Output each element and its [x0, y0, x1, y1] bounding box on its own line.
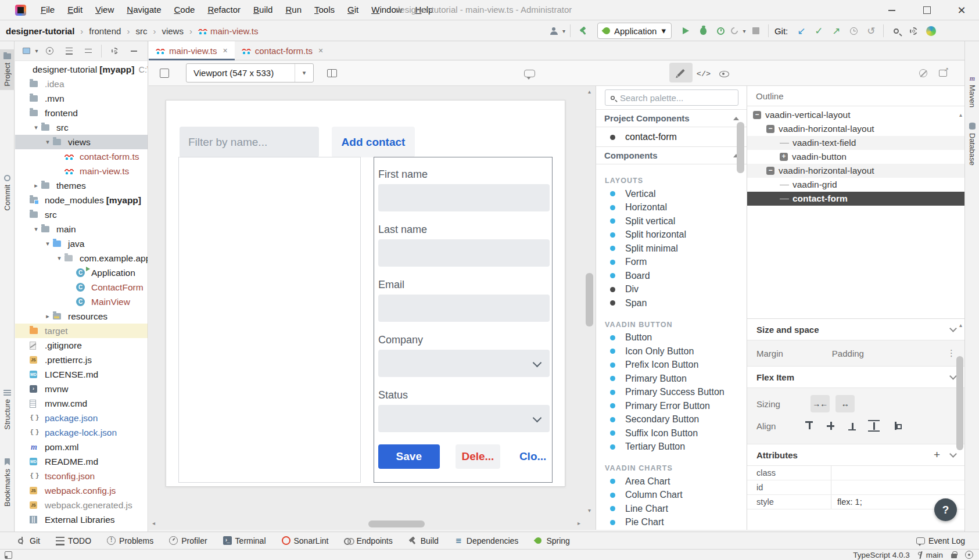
more-options-icon[interactable]: ⋮	[947, 348, 956, 358]
tree-row[interactable]: main-view.ts	[15, 164, 148, 178]
profiler-run-icon[interactable]	[712, 23, 730, 38]
locate-file-icon[interactable]	[40, 44, 59, 59]
palette-search-input[interactable]: Search palette...	[605, 89, 738, 106]
toggle-tool-windows-icon[interactable]	[5, 551, 12, 559]
breadcrumb-item[interactable]: designer-tutorial	[6, 26, 74, 36]
tree-row[interactable]: .mvn	[15, 91, 148, 106]
tree-row[interactable]: webpack.generated.js	[15, 498, 148, 512]
scroll-down-icon[interactable]: ▾	[585, 507, 594, 514]
tool-window-button[interactable]: Terminal	[223, 536, 266, 545]
menu-item[interactable]: File	[34, 5, 61, 15]
collapse-all-icon[interactable]	[78, 44, 98, 59]
tree-row[interactable]: Application	[15, 265, 148, 280]
expander-icon[interactable]	[766, 167, 774, 175]
tool-window-button[interactable]: TODO	[56, 536, 91, 545]
stop-icon[interactable]	[747, 23, 765, 38]
breadcrumb-item[interactable]: main-view.ts	[184, 26, 259, 36]
tree-row[interactable]: views	[15, 135, 148, 149]
tool-stripe-structure[interactable]: Structure	[0, 390, 15, 430]
tree-row[interactable]: frontend	[15, 106, 148, 120]
palette-item[interactable]: Split minimal	[596, 242, 747, 256]
palette-item[interactable]: Split horizontal	[596, 228, 747, 242]
tool-stripe-maven[interactable]: mMaven	[965, 75, 979, 107]
close-tab-icon[interactable]: ×	[318, 46, 323, 55]
chevron-down-icon[interactable]	[949, 450, 957, 458]
outline-node[interactable]: vaadin-horizontal-layout	[747, 122, 964, 136]
event-log-button[interactable]: Event Log	[916, 536, 965, 545]
collapse-icon[interactable]	[733, 117, 739, 120]
menu-item[interactable]: Navigate	[120, 5, 167, 15]
git-commit-icon[interactable]: ✓	[810, 23, 827, 38]
hide-panel-icon[interactable]	[124, 44, 144, 59]
tree-chevron-icon[interactable]	[42, 138, 53, 146]
tree-row[interactable]: mvnw.cmd	[15, 396, 148, 411]
tool-window-button[interactable]: Endpoints	[344, 536, 392, 545]
tree-row[interactable]: package-lock.json	[15, 425, 148, 440]
chevron-down-icon[interactable]	[949, 325, 957, 332]
tool-stripe-project[interactable]: Project	[0, 49, 15, 90]
disable-overlay-icon[interactable]	[915, 66, 932, 81]
components-header[interactable]: Components	[596, 146, 747, 164]
git-push-icon[interactable]: ↗	[827, 23, 845, 38]
palette-item[interactable]: Pie Chart	[596, 516, 747, 530]
palette-item[interactable]: Primary Error Button	[596, 399, 747, 413]
tree-row[interactable]: MainView	[15, 295, 148, 309]
sizing-icon[interactable]: →←	[811, 395, 830, 412]
coverage-icon[interactable]: ▾	[730, 23, 747, 38]
run-button[interactable]	[677, 23, 695, 38]
palette-item[interactable]: Div	[596, 283, 747, 297]
palette-item[interactable]: Line Chart	[596, 502, 747, 516]
tree-row[interactable]: LICENSE.md	[15, 367, 148, 382]
tree-chevron-icon[interactable]	[54, 254, 64, 262]
close-tab-icon[interactable]: ×	[223, 46, 228, 55]
attributes-header[interactable]: Attributes+	[747, 444, 964, 466]
tree-row[interactable]: README.md	[15, 454, 148, 469]
scroll-right-icon[interactable]: ▸	[578, 520, 580, 526]
menu-item[interactable]: View	[89, 5, 120, 15]
chevron-down-icon[interactable]	[949, 372, 957, 380]
edit-mode-pencil-icon[interactable]	[669, 63, 693, 82]
tree-row[interactable]: .gitignore	[15, 338, 148, 353]
search-everywhere-icon[interactable]	[887, 23, 905, 38]
palette-item[interactable]: Vertical	[596, 187, 747, 201]
tree-row[interactable]: com.example.applica	[15, 251, 148, 265]
tree-chevron-icon[interactable]	[42, 240, 53, 247]
select-mode-icon[interactable]	[156, 66, 173, 81]
run-configuration-select[interactable]: Application ▾	[597, 23, 672, 39]
tree-row[interactable]: node_modules [myapp]	[15, 193, 148, 207]
outline-node[interactable]: vaadin-horizontal-layout	[747, 164, 964, 178]
size-and-space-header[interactable]: Size and space	[747, 319, 964, 340]
tree-row[interactable]: tsconfig.json	[15, 469, 148, 483]
breadcrumb-item[interactable]: views	[147, 26, 184, 36]
tool-window-button[interactable]: Profiler	[169, 536, 207, 545]
palette-item[interactable]: Primary Button	[596, 372, 747, 386]
palette-item[interactable]: Secondary Button	[596, 413, 747, 427]
tree-row[interactable]: ContactForm	[15, 280, 148, 295]
rollback-icon[interactable]: ↺	[862, 23, 880, 38]
tree-row[interactable]: package.json	[15, 411, 148, 425]
tree-chevron-icon[interactable]	[31, 225, 41, 233]
view-selector-icon[interactable]: ▾	[21, 44, 40, 59]
palette-project-component[interactable]: contact-form	[596, 128, 747, 146]
palette-item[interactable]: Split vertical	[596, 214, 747, 228]
palette-item[interactable]: VAADIN CHARTS	[596, 462, 747, 475]
tool-stripe-bookmarks[interactable]: Bookmarks	[0, 458, 15, 507]
ide-feature-icon[interactable]	[922, 23, 939, 38]
editor-tab[interactable]: contact-form.ts ×	[235, 41, 330, 60]
tree-row[interactable]: pom.xml	[15, 440, 148, 454]
filter-by-name-input[interactable]: Filter by name...	[180, 127, 319, 157]
palette-item[interactable]: Column Chart	[596, 489, 747, 502]
tree-row[interactable]: src	[15, 120, 148, 135]
user-profile-icon[interactable]: ▾	[549, 23, 566, 38]
attribute-value[interactable]	[831, 480, 964, 494]
field-input[interactable]	[378, 239, 550, 267]
tree-row[interactable]: designer-tutorial [myapp] C:\dev\	[15, 62, 148, 77]
menu-item[interactable]: Build	[247, 5, 279, 15]
flex-item-header[interactable]: Flex Item	[747, 367, 964, 388]
project-components-header[interactable]: Project Components	[596, 109, 747, 127]
palette-item[interactable]: Tertiary Button	[596, 440, 747, 454]
tool-window-button[interactable]: Build	[408, 536, 439, 545]
form-button[interactable]: Save	[378, 444, 440, 469]
tree-row[interactable]: target	[15, 324, 148, 338]
breadcrumb-item[interactable]: frontend	[74, 26, 121, 36]
